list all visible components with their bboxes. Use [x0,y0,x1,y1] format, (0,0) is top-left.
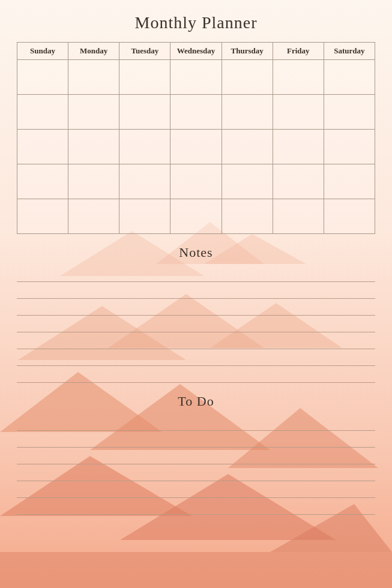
calendar-cell[interactable] [119,60,170,95]
calendar-cell[interactable] [170,164,222,199]
calendar-cell[interactable] [170,130,222,164]
calendar-cell[interactable] [68,60,119,95]
notes-line [17,299,375,316]
calendar-cell[interactable] [68,164,119,199]
calendar-cell[interactable] [222,199,273,234]
calendar-cell[interactable] [222,130,273,164]
notes-line [17,366,375,383]
calendar-cell[interactable] [324,60,375,95]
calendar-cell[interactable] [68,130,119,164]
day-header-monday: Monday [68,43,119,60]
notes-line [17,332,375,349]
notes-line [17,282,375,299]
todo-line [17,414,375,431]
calendar-cell[interactable] [119,199,170,234]
calendar-cell[interactable] [68,199,119,234]
calendar-row [17,60,375,95]
page-container: Monthly Planner Sunday Monday Tuesday We… [0,0,392,588]
calendar-cell[interactable] [68,95,119,130]
calendar-row [17,130,375,164]
calendar-cell[interactable] [170,60,222,95]
calendar-body [17,60,375,234]
notes-line [17,316,375,332]
todo-section: To Do [17,394,375,523]
page-title: Monthly Planner [17,13,375,32]
calendar-cell[interactable] [170,199,222,234]
calendar-cell[interactable] [119,164,170,199]
calendar-row [17,95,375,130]
notes-line [17,265,375,282]
todo-line [17,431,375,448]
calendar-cell[interactable] [324,130,375,164]
calendar-cell[interactable] [324,199,375,234]
calendar-cell[interactable] [273,130,324,164]
calendar-cell[interactable] [324,95,375,130]
calendar-cell[interactable] [17,95,68,130]
calendar-row [17,164,375,199]
todo-lines [17,414,375,515]
calendar-cell[interactable] [324,164,375,199]
calendar-cell[interactable] [17,164,68,199]
calendar-cell[interactable] [17,199,68,234]
day-header-sunday: Sunday [17,43,68,60]
day-header-thursday: Thursday [222,43,273,60]
day-header-friday: Friday [273,43,324,60]
day-header-wednesday: Wednesday [170,43,222,60]
calendar-cell[interactable] [222,60,273,95]
calendar-row [17,199,375,234]
calendar-table: Sunday Monday Tuesday Wednesday Thursday… [17,42,375,234]
notes-lines [17,265,375,383]
calendar-header-row: Sunday Monday Tuesday Wednesday Thursday… [17,43,375,60]
todo-line [17,448,375,464]
todo-line [17,464,375,481]
calendar-cell[interactable] [273,95,324,130]
calendar-cell[interactable] [119,130,170,164]
calendar-cell[interactable] [222,95,273,130]
todo-section-title: To Do [17,394,375,409]
calendar-cell[interactable] [273,199,324,234]
calendar-cell[interactable] [170,95,222,130]
main-content: Monthly Planner Sunday Monday Tuesday We… [0,0,392,535]
svg-rect-12 [0,552,392,588]
calendar-cell[interactable] [17,130,68,164]
todo-line [17,481,375,498]
calendar-cell[interactable] [273,164,324,199]
todo-line [17,498,375,515]
notes-section-title: Notes [17,245,375,260]
calendar-cell[interactable] [273,60,324,95]
calendar-cell[interactable] [17,60,68,95]
day-header-saturday: Saturday [324,43,375,60]
calendar-cell[interactable] [119,95,170,130]
day-header-tuesday: Tuesday [119,43,170,60]
calendar-cell[interactable] [222,164,273,199]
notes-line [17,349,375,366]
